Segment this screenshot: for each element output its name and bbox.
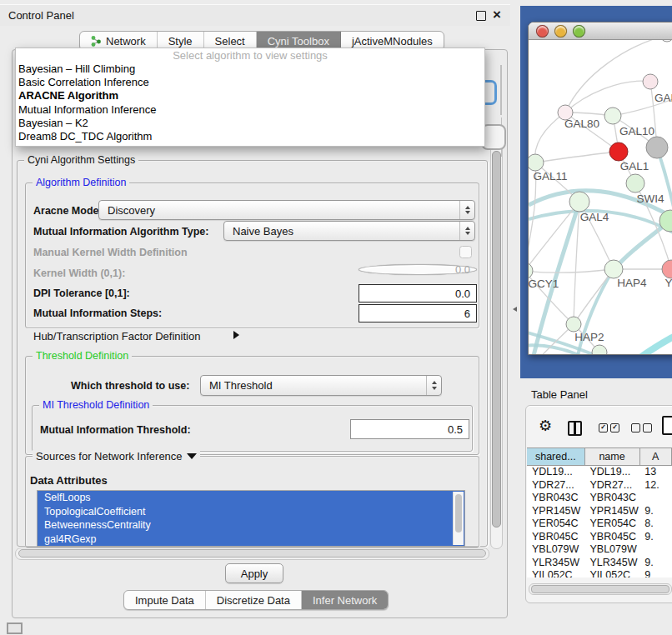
which-threshold-select[interactable]: MI Threshold [200, 375, 442, 396]
network-edge [535, 152, 619, 162]
node-label-gal: GAL [654, 92, 672, 104]
table-cell: 9. [639, 557, 672, 570]
unchecked-columns-icon[interactable] [631, 423, 652, 432]
algorithm-option-bayesian-k2[interactable]: Bayesian – K2 [16, 117, 484, 130]
collapse-down-icon[interactable] [187, 453, 197, 459]
tab-discretize-data[interactable]: Discretize Data [206, 591, 302, 609]
network-graph[interactable]: GALGAL80GAL10GAL1GAL11SWI4GAL4GCY1HAP4YH… [529, 40, 672, 354]
attribute-item-selfloops[interactable]: SelfLoops [38, 491, 464, 505]
network-icon [91, 35, 102, 47]
kernel-width-input[interactable]: 0.0 [359, 264, 477, 275]
control-panel-window: Control Panel × NetworkStyleSelectCyni T… [0, 0, 510, 635]
column-header-name[interactable]: name [585, 448, 640, 465]
network-edge [574, 269, 614, 324]
network-node-y[interactable] [662, 260, 672, 278]
mi-threshold-label: Mutual Information Threshold: [40, 424, 191, 436]
table-row[interactable]: YDL19...YDL19...13 [527, 466, 672, 479]
table-horizontal-scrollbar[interactable] [529, 583, 672, 595]
algorithm-option-aracne-algorithm[interactable]: ARACNE Algorithm [16, 89, 484, 102]
table-row[interactable]: YBR043CYBR043C [527, 492, 672, 505]
settings-horizontal-scrollbar[interactable] [15, 548, 489, 560]
attribute-item-betweennesscentrality[interactable]: BetweennessCentrality [38, 518, 464, 532]
mi-steps-value: 6 [464, 308, 470, 320]
tab-infer-network[interactable]: Infer Network [302, 591, 388, 609]
network-node[interactable] [660, 40, 672, 42]
column-header-a[interactable]: A [640, 448, 672, 465]
checked-columns-icon[interactable]: ✓✓ [599, 423, 619, 432]
scrollbar-thumb[interactable] [18, 549, 486, 558]
tab-impute-data[interactable]: Impute Data [124, 591, 206, 609]
gear-icon[interactable]: ⚙ [539, 417, 552, 435]
table-row[interactable]: YBR045CYBR045C9. [527, 531, 672, 544]
node-label-swi4: SWI4 [636, 192, 664, 205]
float-panel-icon[interactable] [476, 11, 486, 21]
table-cell [639, 543, 672, 557]
table-row[interactable]: YPR145WYPR145W9. [527, 505, 672, 518]
panel-title: Control Panel [8, 9, 74, 22]
table-header-row: shared...nameA [527, 448, 672, 466]
network-node[interactable] [626, 174, 644, 192]
network-node-gal11[interactable] [529, 154, 544, 171]
columns-icon[interactable] [568, 421, 582, 436]
node-label-gal11: GAL11 [533, 170, 567, 182]
data-attributes-list[interactable]: SelfLoopsTopologicalCoefficientBetweenne… [37, 490, 465, 547]
aracne-mode-select[interactable]: Discovery [98, 200, 475, 220]
splitter-collapse-icon[interactable] [513, 307, 517, 312]
algorithm-option-mutual-information-inference[interactable]: Mutual Information Inference [16, 103, 484, 117]
scrollbar-thumb[interactable] [531, 585, 669, 593]
scrollbar-thumb[interactable] [455, 494, 462, 532]
network-node[interactable] [646, 137, 668, 158]
network-node-gal1[interactable] [609, 142, 628, 161]
panel-splitter[interactable] [510, 0, 520, 635]
table-row[interactable]: YDR27...YDR27...12. [527, 479, 672, 492]
attribute-item-gal4rgexp[interactable]: gal4RGexp [38, 532, 464, 547]
scrollbar-thumb[interactable] [492, 151, 501, 528]
node-label-gcy1: GCY1 [529, 278, 559, 290]
document-icon[interactable] [662, 416, 672, 435]
network-node-hap4[interactable] [604, 260, 623, 278]
algorithm-option-basic-correlation-inference[interactable]: Basic Correlation Inference [16, 76, 484, 89]
network-node-gal10[interactable] [604, 108, 621, 124]
network-node-gal[interactable] [643, 74, 658, 89]
table-row[interactable]: YIL052CYIL052C9 [527, 569, 672, 578]
table-row[interactable]: YER054CYER054C8. [527, 518, 672, 531]
mi-threshold-value: 0.5 [448, 423, 463, 436]
apply-button[interactable]: Apply [225, 563, 283, 583]
minimized-panel-icon[interactable] [7, 622, 23, 634]
dpi-tolerance-input[interactable]: 0.0 [359, 284, 477, 302]
list-scrollbar[interactable] [453, 492, 464, 545]
manual-kernel-checkbox[interactable] [459, 246, 472, 258]
tab-label: Select [215, 35, 245, 48]
close-window-icon[interactable] [536, 25, 549, 38]
table-row[interactable]: YBL079WYBL079W [527, 543, 672, 557]
node-label-y: Y [664, 277, 672, 289]
mi-algorithm-type-select[interactable]: Naive Bayes [223, 221, 475, 241]
attribute-item-topologicalcoefficient[interactable]: TopologicalCoefficient [38, 505, 464, 519]
mi-threshold-input[interactable]: 0.5 [350, 419, 469, 439]
network-node-gal4[interactable] [569, 192, 589, 212]
network-node-hap2[interactable] [566, 317, 581, 332]
column-header-shared[interactable]: shared... [527, 448, 585, 465]
network-window-titlebar[interactable] [529, 22, 672, 40]
tab-label: Cyni Toolbox [268, 35, 329, 48]
cyni-bottom-tabs: Impute DataDiscretize DataInfer Network [123, 590, 389, 610]
zoom-window-icon[interactable] [573, 25, 585, 38]
expand-right-icon[interactable] [233, 331, 239, 339]
close-panel-icon[interactable]: × [493, 5, 501, 25]
settings-vertical-scrollbar[interactable] [490, 144, 503, 549]
table-cell: 8. [639, 518, 672, 531]
kernel-width-value: 0.0 [455, 263, 470, 276]
network-node-gcy1[interactable] [529, 262, 533, 279]
table-cell [639, 492, 672, 505]
table-cell: YBR043C [584, 492, 639, 505]
aracne-mode-label: Aracne Mode: [33, 205, 103, 217]
tab-label: Impute Data [135, 594, 194, 607]
mi-algorithm-type-value: Naive Bayes [233, 225, 293, 238]
algorithm-option-bayesian-hill-climbing[interactable]: Bayesian – Hill Climbing [16, 62, 484, 76]
algorithm-option-dream8-dc-tdc-algorithm[interactable]: Dream8 DC_TDC Algorithm [16, 130, 484, 143]
minimize-window-icon[interactable] [554, 25, 567, 38]
mi-steps-input[interactable]: 6 [359, 304, 477, 322]
which-threshold-label: Which threshold to use: [71, 380, 189, 392]
hub-definition-expander[interactable]: Hub/Transcription Factor Definition [33, 330, 200, 342]
table-row[interactable]: YLR345WYLR345W9. [527, 557, 672, 570]
